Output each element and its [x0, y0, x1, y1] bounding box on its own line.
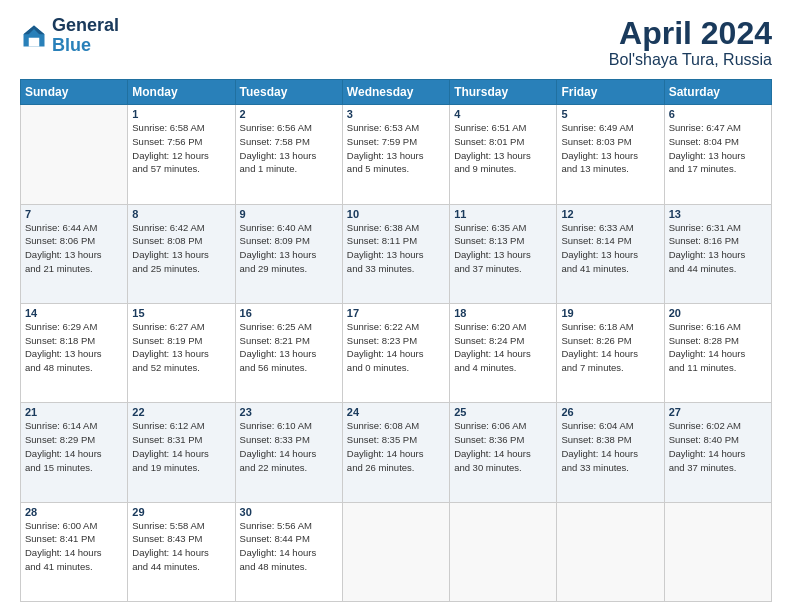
day-number: 10: [347, 208, 445, 220]
day-number: 13: [669, 208, 767, 220]
day-cell: 5Sunrise: 6:49 AMSunset: 8:03 PMDaylight…: [557, 105, 664, 204]
day-number: 16: [240, 307, 338, 319]
weekday-header-tuesday: Tuesday: [235, 80, 342, 105]
day-cell: 14Sunrise: 6:29 AMSunset: 8:18 PMDayligh…: [21, 303, 128, 402]
day-cell: [664, 502, 771, 601]
logo: General Blue: [20, 16, 119, 56]
day-info: Sunrise: 6:02 AMSunset: 8:40 PMDaylight:…: [669, 419, 767, 474]
day-number: 25: [454, 406, 552, 418]
day-info: Sunrise: 6:18 AMSunset: 8:26 PMDaylight:…: [561, 320, 659, 375]
day-cell: 16Sunrise: 6:25 AMSunset: 8:21 PMDayligh…: [235, 303, 342, 402]
weekday-header-sunday: Sunday: [21, 80, 128, 105]
day-number: 15: [132, 307, 230, 319]
day-cell: 21Sunrise: 6:14 AMSunset: 8:29 PMDayligh…: [21, 403, 128, 502]
day-number: 21: [25, 406, 123, 418]
day-info: Sunrise: 6:47 AMSunset: 8:04 PMDaylight:…: [669, 121, 767, 176]
weekday-header-row: SundayMondayTuesdayWednesdayThursdayFrid…: [21, 80, 772, 105]
day-info: Sunrise: 6:22 AMSunset: 8:23 PMDaylight:…: [347, 320, 445, 375]
day-cell: 13Sunrise: 6:31 AMSunset: 8:16 PMDayligh…: [664, 204, 771, 303]
logo-general: General: [52, 16, 119, 36]
day-number: 7: [25, 208, 123, 220]
day-info: Sunrise: 6:00 AMSunset: 8:41 PMDaylight:…: [25, 519, 123, 574]
day-cell: 9Sunrise: 6:40 AMSunset: 8:09 PMDaylight…: [235, 204, 342, 303]
day-number: 19: [561, 307, 659, 319]
day-number: 17: [347, 307, 445, 319]
day-cell: [450, 502, 557, 601]
weekday-header-saturday: Saturday: [664, 80, 771, 105]
day-number: 12: [561, 208, 659, 220]
day-cell: [557, 502, 664, 601]
day-cell: 1Sunrise: 6:58 AMSunset: 7:56 PMDaylight…: [128, 105, 235, 204]
day-cell: 27Sunrise: 6:02 AMSunset: 8:40 PMDayligh…: [664, 403, 771, 502]
day-info: Sunrise: 6:33 AMSunset: 8:14 PMDaylight:…: [561, 221, 659, 276]
day-cell: 15Sunrise: 6:27 AMSunset: 8:19 PMDayligh…: [128, 303, 235, 402]
day-info: Sunrise: 6:06 AMSunset: 8:36 PMDaylight:…: [454, 419, 552, 474]
weekday-header-wednesday: Wednesday: [342, 80, 449, 105]
day-number: 3: [347, 108, 445, 120]
day-info: Sunrise: 6:40 AMSunset: 8:09 PMDaylight:…: [240, 221, 338, 276]
day-cell: 29Sunrise: 5:58 AMSunset: 8:43 PMDayligh…: [128, 502, 235, 601]
week-row-3: 14Sunrise: 6:29 AMSunset: 8:18 PMDayligh…: [21, 303, 772, 402]
day-info: Sunrise: 6:25 AMSunset: 8:21 PMDaylight:…: [240, 320, 338, 375]
day-number: 24: [347, 406, 445, 418]
day-cell: 12Sunrise: 6:33 AMSunset: 8:14 PMDayligh…: [557, 204, 664, 303]
day-cell: 17Sunrise: 6:22 AMSunset: 8:23 PMDayligh…: [342, 303, 449, 402]
day-number: 1: [132, 108, 230, 120]
day-info: Sunrise: 6:31 AMSunset: 8:16 PMDaylight:…: [669, 221, 767, 276]
week-row-4: 21Sunrise: 6:14 AMSunset: 8:29 PMDayligh…: [21, 403, 772, 502]
day-info: Sunrise: 6:14 AMSunset: 8:29 PMDaylight:…: [25, 419, 123, 474]
day-cell: 26Sunrise: 6:04 AMSunset: 8:38 PMDayligh…: [557, 403, 664, 502]
week-row-1: 1Sunrise: 6:58 AMSunset: 7:56 PMDaylight…: [21, 105, 772, 204]
title-block: April 2024 Bol'shaya Tura, Russia: [609, 16, 772, 69]
day-number: 9: [240, 208, 338, 220]
weekday-header-thursday: Thursday: [450, 80, 557, 105]
day-info: Sunrise: 6:10 AMSunset: 8:33 PMDaylight:…: [240, 419, 338, 474]
day-info: Sunrise: 6:12 AMSunset: 8:31 PMDaylight:…: [132, 419, 230, 474]
day-number: 29: [132, 506, 230, 518]
day-cell: 19Sunrise: 6:18 AMSunset: 8:26 PMDayligh…: [557, 303, 664, 402]
day-number: 20: [669, 307, 767, 319]
day-info: Sunrise: 6:51 AMSunset: 8:01 PMDaylight:…: [454, 121, 552, 176]
day-cell: 30Sunrise: 5:56 AMSunset: 8:44 PMDayligh…: [235, 502, 342, 601]
day-cell: 24Sunrise: 6:08 AMSunset: 8:35 PMDayligh…: [342, 403, 449, 502]
svg-rect-2: [29, 38, 40, 47]
day-info: Sunrise: 6:08 AMSunset: 8:35 PMDaylight:…: [347, 419, 445, 474]
month-title: April 2024: [609, 16, 772, 51]
day-cell: 6Sunrise: 6:47 AMSunset: 8:04 PMDaylight…: [664, 105, 771, 204]
day-number: 23: [240, 406, 338, 418]
day-info: Sunrise: 6:58 AMSunset: 7:56 PMDaylight:…: [132, 121, 230, 176]
day-number: 27: [669, 406, 767, 418]
week-row-5: 28Sunrise: 6:00 AMSunset: 8:41 PMDayligh…: [21, 502, 772, 601]
week-row-2: 7Sunrise: 6:44 AMSunset: 8:06 PMDaylight…: [21, 204, 772, 303]
day-info: Sunrise: 5:58 AMSunset: 8:43 PMDaylight:…: [132, 519, 230, 574]
day-info: Sunrise: 6:42 AMSunset: 8:08 PMDaylight:…: [132, 221, 230, 276]
logo-blue: Blue: [52, 36, 119, 56]
day-number: 5: [561, 108, 659, 120]
weekday-header-monday: Monday: [128, 80, 235, 105]
day-number: 30: [240, 506, 338, 518]
day-info: Sunrise: 6:35 AMSunset: 8:13 PMDaylight:…: [454, 221, 552, 276]
day-info: Sunrise: 6:38 AMSunset: 8:11 PMDaylight:…: [347, 221, 445, 276]
day-info: Sunrise: 5:56 AMSunset: 8:44 PMDaylight:…: [240, 519, 338, 574]
day-info: Sunrise: 6:49 AMSunset: 8:03 PMDaylight:…: [561, 121, 659, 176]
day-info: Sunrise: 6:04 AMSunset: 8:38 PMDaylight:…: [561, 419, 659, 474]
header: General Blue April 2024 Bol'shaya Tura, …: [20, 16, 772, 69]
day-number: 6: [669, 108, 767, 120]
day-cell: 28Sunrise: 6:00 AMSunset: 8:41 PMDayligh…: [21, 502, 128, 601]
day-info: Sunrise: 6:29 AMSunset: 8:18 PMDaylight:…: [25, 320, 123, 375]
day-number: 4: [454, 108, 552, 120]
day-number: 11: [454, 208, 552, 220]
location-title: Bol'shaya Tura, Russia: [609, 51, 772, 69]
day-cell: 20Sunrise: 6:16 AMSunset: 8:28 PMDayligh…: [664, 303, 771, 402]
day-number: 8: [132, 208, 230, 220]
day-cell: 25Sunrise: 6:06 AMSunset: 8:36 PMDayligh…: [450, 403, 557, 502]
day-number: 2: [240, 108, 338, 120]
day-number: 14: [25, 307, 123, 319]
day-cell: 11Sunrise: 6:35 AMSunset: 8:13 PMDayligh…: [450, 204, 557, 303]
day-number: 22: [132, 406, 230, 418]
day-cell: [21, 105, 128, 204]
day-number: 18: [454, 307, 552, 319]
day-info: Sunrise: 6:56 AMSunset: 7:58 PMDaylight:…: [240, 121, 338, 176]
day-cell: 18Sunrise: 6:20 AMSunset: 8:24 PMDayligh…: [450, 303, 557, 402]
page: General Blue April 2024 Bol'shaya Tura, …: [0, 0, 792, 612]
